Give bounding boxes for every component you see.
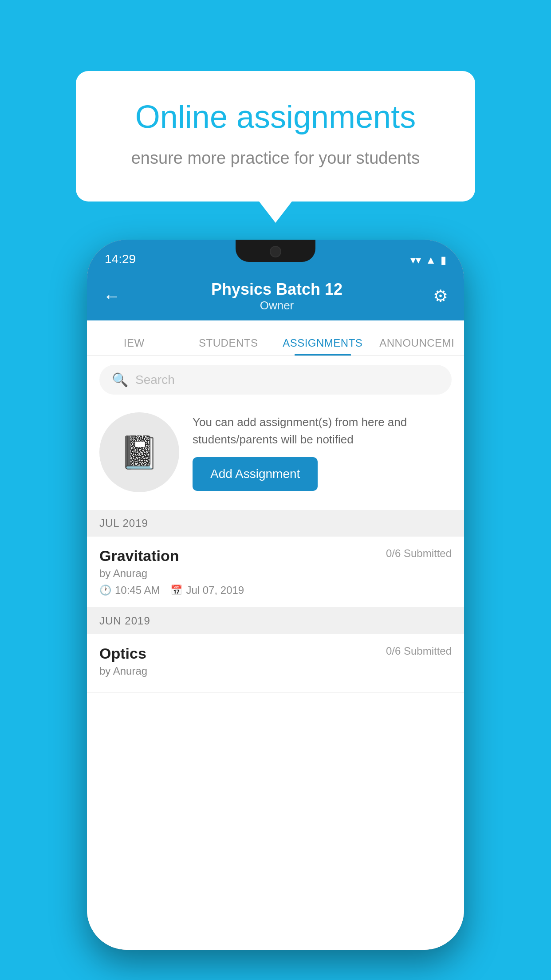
assignment-by: by Anurag: [99, 567, 452, 580]
assignment-item-gravitation[interactable]: Gravitation 0/6 Submitted by Anurag 🕐 10…: [87, 537, 464, 608]
assignment-icon-circle: 📓: [99, 412, 179, 492]
assignment-time-value: 10:45 AM: [115, 584, 160, 597]
tab-students[interactable]: STUDENTS: [181, 337, 276, 356]
header-center: Physics Batch 12 Owner: [211, 280, 342, 312]
settings-button[interactable]: ⚙: [433, 286, 448, 306]
camera: [270, 246, 281, 257]
promo-card: Online assignments ensure more practice …: [76, 71, 475, 202]
assignment-name: Gravitation: [99, 547, 179, 565]
app-header: ← Physics Batch 12 Owner ⚙: [87, 272, 464, 320]
assignment-date: 📅 Jul 07, 2019: [170, 584, 244, 597]
wifi-icon: ▾▾: [410, 254, 421, 266]
back-button[interactable]: ←: [103, 286, 121, 306]
add-section-right: You can add assignment(s) from here and …: [193, 414, 452, 491]
status-time: 14:29: [105, 252, 136, 266]
promo-subtitle: ensure more practice for your students: [107, 146, 444, 170]
search-bar[interactable]: 🔍 Search: [99, 365, 452, 395]
phone-notch: [236, 240, 315, 262]
assignment-date-value: Jul 07, 2019: [186, 584, 244, 597]
battery-icon: ▮: [441, 254, 446, 266]
tab-assignments[interactable]: ASSIGNMENTS: [276, 337, 370, 356]
add-assignment-section: 📓 You can add assignment(s) from here an…: [99, 403, 452, 501]
add-description: You can add assignment(s) from here and …: [193, 414, 452, 448]
tab-announcements[interactable]: ANNOUNCEMI: [370, 337, 464, 356]
assignment-by-optics: by Anurag: [99, 665, 452, 677]
phone-mockup: 14:29 ▾▾ ▲ ▮ ← Physics Batch 12 Owner ⚙: [87, 240, 464, 950]
assignment-name-optics: Optics: [99, 645, 146, 662]
header-title: Physics Batch 12: [211, 280, 342, 299]
header-subtitle: Owner: [211, 299, 342, 312]
assignment-time: 🕐 10:45 AM: [99, 584, 160, 597]
section-header-jun: JUN 2019: [87, 608, 464, 634]
assignment-submitted: 0/6 Submitted: [386, 547, 452, 560]
assignment-submitted-optics: 0/6 Submitted: [386, 645, 452, 657]
calendar-icon: 📅: [170, 585, 182, 596]
status-icons: ▾▾ ▲ ▮: [410, 254, 446, 266]
clock-icon: 🕐: [99, 585, 111, 596]
search-placeholder: Search: [135, 373, 175, 387]
tab-bar: IEW STUDENTS ASSIGNMENTS ANNOUNCEMI: [87, 320, 464, 356]
promo-title: Online assignments: [107, 98, 444, 136]
search-icon: 🔍: [112, 372, 128, 387]
signal-icon: ▲: [425, 254, 436, 266]
screen-content: 🔍 Search 📓 You can add assignment(s) fro…: [87, 356, 464, 950]
tab-overview[interactable]: IEW: [87, 337, 181, 356]
notebook-icon: 📓: [119, 434, 159, 471]
assignment-item-optics[interactable]: Optics 0/6 Submitted by Anurag: [87, 634, 464, 693]
section-header-jul: JUL 2019: [87, 510, 464, 537]
add-assignment-button[interactable]: Add Assignment: [193, 457, 318, 491]
assignment-meta: 🕐 10:45 AM 📅 Jul 07, 2019: [99, 584, 452, 597]
